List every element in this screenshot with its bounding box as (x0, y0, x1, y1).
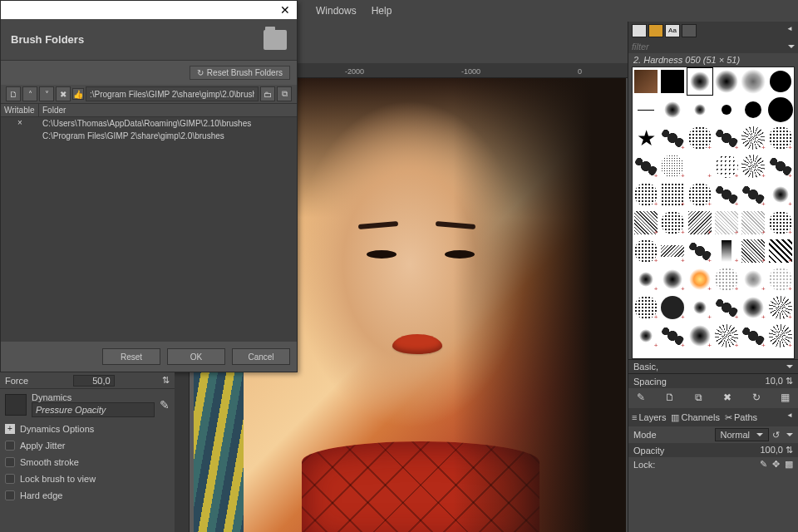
expand-icon[interactable]: + (5, 424, 15, 434)
tab-layers[interactable]: ≡Layers (632, 412, 666, 422)
brush-thumb[interactable] (659, 124, 686, 152)
menu-windows[interactable]: Windows (316, 5, 357, 17)
brush-filter-input[interactable] (632, 42, 785, 52)
checkbox[interactable] (5, 490, 15, 500)
checkbox[interactable] (5, 441, 15, 451)
configure-tab-icon[interactable] (778, 24, 795, 37)
brush-thumb[interactable] (633, 209, 659, 237)
folder-row[interactable]: × C:\Users\Thomas\AppData\Roaming\GIMP\2… (1, 117, 297, 130)
smooth-stroke-row[interactable]: Smooth stroke (0, 454, 175, 470)
brush-thumb[interactable] (713, 322, 740, 350)
brush-thumb[interactable] (713, 209, 740, 237)
brush-thumb[interactable] (767, 265, 794, 293)
tab-channels[interactable]: ▥Channels (671, 412, 719, 423)
reset-button[interactable]: Reset (102, 348, 160, 365)
brush-thumb[interactable] (740, 67, 766, 96)
brush-spacing-row[interactable]: Spacing 10,0 ⇅ (628, 373, 798, 388)
move-down-button[interactable]: ˅ (39, 86, 54, 101)
new-folder-button[interactable]: 🗋 (6, 86, 21, 101)
dynamics-selector[interactable]: Pressure Opacity (32, 402, 155, 417)
browse-button[interactable]: 🗀 (260, 86, 275, 101)
brush-thumb[interactable] (767, 293, 794, 322)
brush-thumb[interactable] (633, 265, 659, 293)
brush-thumb[interactable] (713, 293, 740, 322)
brush-thumb[interactable] (740, 96, 766, 124)
dynamics-options-toggle[interactable]: + Dynamics Options (0, 421, 175, 437)
delete-folder-button[interactable]: ✖ (56, 86, 71, 101)
brush-thumb[interactable] (767, 180, 794, 209)
brush-thumb[interactable] (767, 322, 794, 350)
open-as-image-icon[interactable]: ▦ (778, 392, 793, 405)
brush-thumb[interactable] (713, 237, 740, 265)
checkbox[interactable] (5, 457, 15, 467)
brush-preset-row[interactable]: Basic, (628, 359, 798, 373)
move-up-button[interactable]: ˄ (22, 86, 37, 101)
open-location-button[interactable]: ⧉ (277, 86, 292, 101)
brush-thumb[interactable] (659, 96, 686, 124)
brush-thumb[interactable] (740, 237, 766, 265)
dynamics-icon[interactable] (5, 394, 27, 416)
brush-thumb[interactable] (633, 180, 659, 209)
brush-thumb[interactable] (713, 180, 740, 209)
delete-brush-icon[interactable]: ✖ (720, 392, 735, 405)
brush-thumb[interactable] (687, 124, 713, 152)
brush-thumb[interactable] (633, 96, 659, 124)
brush-thumb[interactable] (659, 67, 686, 96)
refresh-brush-icon[interactable]: ↻ (749, 392, 764, 405)
thumb-icon[interactable]: 👍 (72, 88, 84, 100)
mode-reset-icon[interactable]: ↺ (772, 430, 780, 441)
mode-dropdown[interactable]: Normal (715, 428, 769, 441)
edit-dynamics-icon[interactable]: ✎ (160, 398, 170, 411)
brush-thumb[interactable] (659, 265, 686, 293)
tab-paths[interactable]: ✂Paths (725, 412, 757, 423)
force-row[interactable]: Force 50,0 ⇅ (0, 372, 175, 389)
folder-row[interactable]: C:\Program Files\GIMP 2\share\gimp\2.0\b… (1, 130, 297, 142)
brush-thumb[interactable] (767, 124, 794, 152)
menu-help[interactable]: Help (372, 5, 392, 17)
brush-thumb[interactable] (659, 237, 686, 265)
lock-position-icon[interactable]: ✥ (772, 459, 780, 470)
duplicate-brush-icon[interactable]: ⧉ (692, 392, 707, 405)
brush-thumb[interactable] (687, 209, 713, 237)
brush-thumb[interactable] (633, 322, 659, 350)
lock-alpha-icon[interactable]: ▩ (785, 459, 793, 470)
lock-pixels-icon[interactable]: ✎ (760, 459, 767, 470)
brush-thumb[interactable] (740, 180, 766, 209)
brush-thumb[interactable]: ★ (633, 124, 659, 152)
edit-brush-icon[interactable]: ✎ (633, 392, 648, 405)
folder-path-input[interactable] (86, 86, 259, 101)
brush-thumb[interactable] (767, 237, 794, 265)
brush-thumb[interactable] (687, 152, 713, 180)
brush-thumb[interactable] (633, 67, 659, 96)
stepper-icon[interactable]: ⇅ (162, 375, 170, 386)
brush-thumb[interactable] (687, 322, 713, 350)
brush-thumb[interactable] (687, 265, 713, 293)
lock-brush-row[interactable]: Lock brush to view (0, 470, 175, 487)
brush-thumb[interactable] (767, 67, 794, 96)
hard-edge-row[interactable]: Hard edge (0, 487, 175, 504)
brush-thumb[interactable] (687, 96, 713, 124)
brush-thumb[interactable] (767, 209, 794, 237)
brushes-tab-icon[interactable] (632, 24, 647, 37)
brush-thumb[interactable] (633, 237, 659, 265)
patterns-tab-icon[interactable] (648, 24, 663, 37)
brush-thumb[interactable] (767, 152, 794, 180)
chevron-down-icon[interactable] (783, 430, 793, 440)
fonts-tab-icon[interactable]: Aa (665, 24, 680, 37)
brush-thumb[interactable] (633, 152, 659, 180)
brush-thumb[interactable] (713, 96, 740, 124)
brush-thumb[interactable] (633, 293, 659, 322)
brush-thumb[interactable] (740, 124, 766, 152)
col-writable[interactable]: Writable (1, 104, 39, 116)
brush-thumb[interactable] (687, 293, 713, 322)
cancel-button[interactable]: Cancel (232, 348, 290, 365)
dialog-titlebar[interactable]: ✕ (1, 1, 297, 19)
brush-grid[interactable]: ★ (632, 66, 795, 359)
brush-thumb[interactable] (659, 152, 686, 180)
brush-thumb[interactable] (740, 322, 766, 350)
folder-list[interactable]: × C:\Users\Thomas\AppData\Roaming\GIMP\2… (1, 117, 297, 342)
opacity-value[interactable]: 100,0 (760, 445, 783, 455)
new-brush-icon[interactable]: 🗋 (663, 392, 677, 405)
brush-thumb[interactable] (740, 152, 766, 180)
checkbox[interactable] (5, 474, 15, 484)
